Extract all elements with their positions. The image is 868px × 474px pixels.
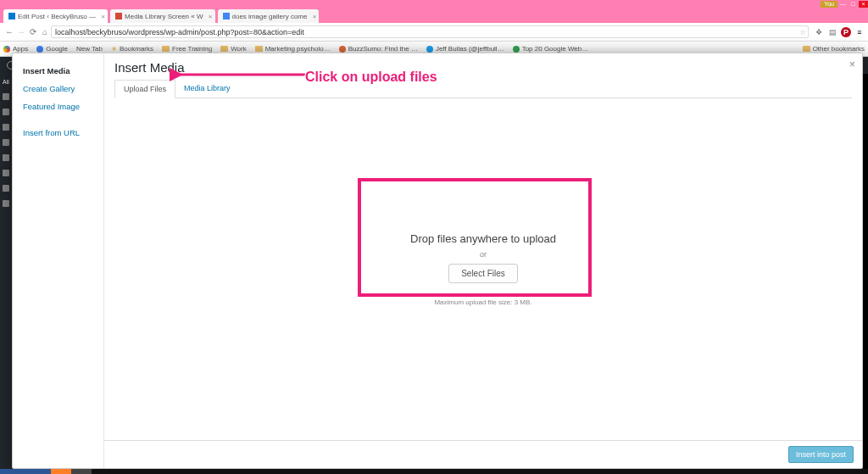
apps-label: Apps [13, 45, 28, 53]
menu-label: All [3, 79, 9, 85]
menu-icon[interactable] [3, 109, 9, 115]
bookmark-item[interactable]: New Tab [76, 45, 103, 53]
modal-header: Insert Media Upload Files Media Library [104, 53, 862, 98]
browser-tab[interactable]: does image gallery come × [218, 9, 320, 23]
bookmark-folder[interactable]: Work [220, 45, 247, 53]
tab-title: does image gallery come [232, 13, 308, 20]
bookmark-item[interactable]: Google [36, 45, 68, 53]
browser-tab[interactable]: Media Library Screen « W × [110, 9, 214, 23]
menu-icon[interactable] [3, 139, 9, 146]
nav-reload-icon[interactable]: ⟳ [27, 27, 39, 36]
sidebar-item-create-gallery[interactable]: Create Gallery [13, 80, 103, 98]
pinterest-icon[interactable]: P [841, 27, 851, 37]
menu-icon[interactable] [3, 185, 9, 192]
address-bar[interactable]: localhost/beckybruso/wordpress/wp-admin/… [51, 25, 809, 38]
user-badge[interactable]: You [821, 1, 837, 8]
folder-icon [220, 46, 228, 52]
sidebar-item-insert-media[interactable]: Insert Media [13, 62, 103, 80]
annotation-text: Click on upload files [305, 70, 437, 85]
favicon-icon [8, 13, 15, 20]
bookmark-label: BuzzSumo: Find the … [348, 45, 418, 53]
star-icon: ★ [111, 45, 117, 53]
nav-home-icon[interactable]: ⌂ [39, 27, 51, 36]
modal-sidebar: Insert Media Create Gallery Featured Ima… [13, 53, 104, 468]
window-close[interactable]: × [859, 1, 868, 8]
nav-forward-icon[interactable]: → [15, 27, 27, 36]
bookmark-item[interactable]: BuzzSumo: Find the … [339, 45, 418, 53]
menu-icon[interactable] [3, 200, 9, 207]
tab-close-icon[interactable]: × [313, 13, 317, 20]
extensions-tray: ❖ ▤ P ≡ [814, 27, 865, 37]
window-maximize[interactable]: □ [849, 1, 858, 8]
bookmark-label: Work [231, 45, 247, 53]
tab-close-icon[interactable]: × [209, 13, 213, 20]
nav-back-icon[interactable]: ← [3, 27, 15, 36]
wp-admin-menu: All [0, 74, 12, 474]
modal-footer: Insert into post [104, 440, 862, 468]
bookmark-favicon-icon [339, 46, 346, 53]
bookmark-label: Bookmarks [120, 45, 153, 53]
apps-shortcut[interactable]: Apps [3, 45, 28, 53]
bookmark-label: Google [46, 45, 68, 53]
menu-icon[interactable] [3, 170, 9, 176]
max-upload-size: Maximum upload file size: 3 MB. [410, 298, 556, 306]
bookmark-label: Top 20 Google Web… [522, 45, 589, 53]
tab-title: Media Library Screen « W [125, 13, 203, 20]
bookmark-item[interactable]: Jeff Bullas (@jeffbull… [426, 45, 504, 53]
extension-icon[interactable]: ❖ [814, 27, 824, 37]
annotation-highlight-box [358, 178, 592, 297]
bookmark-item[interactable]: ★Bookmarks [111, 45, 153, 53]
browser-tab[interactable]: Edit Post ‹ BeckyBruso — × [3, 9, 108, 23]
sidebar-item-featured-image[interactable]: Featured Image [13, 98, 103, 115]
bookmark-label: Marketing psycholo… [265, 45, 331, 53]
bookmark-folder[interactable]: Free Training [162, 45, 212, 53]
bookmark-favicon-icon [513, 46, 520, 53]
sidebar-item-insert-from-url[interactable]: Insert from URL [13, 124, 103, 142]
favicon-icon [115, 13, 122, 20]
window-titlebar: You — □ × [0, 0, 868, 8]
tab-close-icon[interactable]: × [101, 13, 105, 20]
tab-title: Edit Post ‹ BeckyBruso — [18, 13, 96, 20]
menu-icon[interactable] [3, 124, 9, 131]
browser-toolbar: ← → ⟳ ⌂ localhost/beckybruso/wordpress/w… [0, 23, 868, 42]
extension-icon[interactable]: ▤ [827, 27, 837, 37]
apps-icon [3, 46, 10, 53]
tab-upload-files[interactable]: Upload Files [114, 80, 175, 98]
browser-tabstrip: Edit Post ‹ BeckyBruso — × Media Library… [0, 8, 868, 23]
bookmark-folder[interactable]: Marketing psycholo… [255, 45, 331, 53]
bookmark-star-icon[interactable]: ☆ [799, 28, 806, 36]
chrome-menu-icon[interactable]: ≡ [854, 27, 865, 37]
windows-taskbar [0, 469, 868, 474]
tab-media-library[interactable]: Media Library [175, 80, 239, 98]
bookmark-label: Other bookmarks [813, 45, 865, 53]
other-bookmarks[interactable]: Other bookmarks [803, 45, 865, 53]
bookmark-label: New Tab [76, 45, 103, 53]
insert-into-post-button[interactable]: Insert into post [788, 446, 854, 463]
menu-icon[interactable] [3, 93, 9, 100]
folder-icon [162, 46, 170, 52]
twitter-icon [426, 46, 433, 53]
bookmark-label: Free Training [172, 45, 212, 53]
bookmark-label: Jeff Bullas (@jeffbull… [436, 45, 504, 53]
bookmark-item[interactable]: Top 20 Google Web… [513, 45, 589, 53]
modal-title: Insert Media [114, 60, 852, 75]
modal-tabs: Upload Files Media Library [114, 80, 852, 98]
folder-icon [803, 46, 810, 52]
favicon-icon [223, 13, 230, 20]
bookmark-favicon-icon [36, 46, 43, 53]
url-text: localhost/beckybruso/wordpress/wp-admin/… [55, 28, 304, 36]
window-minimize[interactable]: — [838, 1, 848, 8]
menu-icon[interactable] [3, 154, 9, 161]
folder-icon [255, 46, 263, 52]
